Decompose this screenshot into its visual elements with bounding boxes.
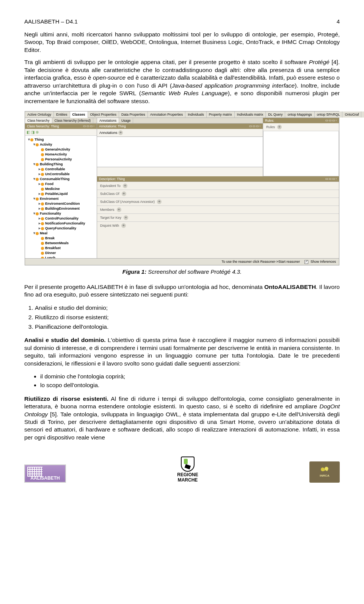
tree-node-food[interactable]: ►Food: [27, 182, 96, 187]
tree-node-activity[interactable]: ▼Activity: [27, 142, 96, 147]
panel-header-buttons-icon[interactable]: ▭▭▭▫: [325, 177, 337, 181]
tree-node-buildingenvironment[interactable]: ►BuildingEnvironment: [27, 206, 96, 211]
desc-row-subclass-of-anonymous-ancestor-: SubClass Of (Anonymous Ancestor)+: [97, 198, 339, 206]
bullet-item: il dominio che l'ontologia coprirà;: [40, 372, 340, 381]
paragraph-2: Tra gli ambienti di sviluppo per le onto…: [24, 58, 340, 105]
bullet-list: il dominio che l'ontologia coprirà;lo sc…: [40, 372, 340, 390]
desc-row-equivalent-to: Equivalent To+: [97, 182, 339, 190]
tree-node-thing[interactable]: ▼Thing: [27, 137, 96, 142]
left-panel-header: Class hierarchy: Thing ▭▭▭▫: [25, 124, 97, 129]
subtab-usage[interactable]: Usage: [119, 118, 133, 123]
tree-node-meal[interactable]: ▼Meal: [27, 231, 96, 236]
list-item: Riutilizzo di risorse esistenti;: [35, 313, 340, 322]
panel-header-buttons-icon[interactable]: ▭▭▭▫: [249, 124, 261, 128]
right-subtabs: Annotations Usage: [97, 118, 263, 124]
tree-node-consumablething[interactable]: ▼ConsumableThing: [27, 177, 96, 182]
header-left: AALISABETH – D4.1: [24, 18, 78, 25]
add-icon[interactable]: +: [121, 223, 126, 228]
numbered-list: Analisi e studio del dominio;Riutilizzo …: [35, 303, 340, 331]
tree-node-functionality[interactable]: ▼Functionality: [27, 211, 96, 216]
main-tab-dl-query[interactable]: DL Query: [266, 111, 285, 118]
show-inferences-checkbox[interactable]: [304, 260, 308, 264]
paragraph-1: Negli ultimi anni, molti ricercatori han…: [24, 31, 340, 54]
tree-node-homeactivity[interactable]: HomeActivity: [27, 152, 96, 157]
paragraph-3: Per il presente progetto AALISABETH è in…: [24, 283, 340, 299]
desc-row-target-for-key: Target for Key+: [97, 213, 339, 221]
tree-node-lunch[interactable]: Lunch: [27, 256, 96, 258]
annotations-panel-header: Annotations: Thing ▭▭▭▫: [97, 124, 263, 129]
main-tab-individuals[interactable]: Individuals: [185, 111, 207, 118]
main-tab-sparql-query[interactable]: SPARQL Query: [361, 111, 364, 118]
add-annotation-icon[interactable]: +: [118, 130, 123, 135]
inrca-logo: INRCA: [309, 461, 340, 483]
shield-icon: [181, 457, 195, 472]
annotations-area: [97, 137, 263, 167]
main-tab-ontop-sparql[interactable]: ontop SPARQL: [315, 111, 343, 118]
tree-node-controlfunctionality[interactable]: ►ControlFunctionality: [27, 216, 96, 221]
tree-node-break[interactable]: Break: [27, 236, 96, 241]
main-tab-individuals-matrix[interactable]: Individuals matrix: [235, 111, 266, 118]
rules-panel-header: Rules: ▭▭▭▫: [263, 118, 339, 123]
aalisabeth-logo: AALISABETH: [24, 464, 66, 483]
left-subtabs: Class hierarchy Class hierarchy (inferre…: [25, 118, 97, 124]
desc-row-disjoint-with: Disjoint With+: [97, 221, 339, 229]
panel-header-buttons-icon[interactable]: ▭▭▭▫: [83, 124, 95, 128]
tree-node-buildingthing[interactable]: ▼BuildingThing: [27, 162, 96, 167]
tree-node-uncontrollable[interactable]: ►UnControllable: [27, 172, 96, 177]
main-tabs: Active OntologyEntitiesClassesObject Pro…: [25, 111, 339, 118]
add-rule-icon[interactable]: +: [277, 125, 282, 129]
rules-list: [263, 131, 339, 176]
main-tab-object-properties[interactable]: Object Properties: [88, 111, 119, 118]
status-bar: To use the reasoner click Reasoner->Star…: [25, 258, 339, 265]
tree-node-breakfast[interactable]: Breakfast: [27, 246, 96, 251]
class-tree[interactable]: ▼Thing▼Activity GeneralActivity HomeActi…: [25, 136, 97, 258]
protege-screenshot: Active OntologyEntitiesClassesObject Pro…: [25, 111, 339, 265]
add-icon[interactable]: +: [117, 207, 121, 212]
main-tab-property-matrix[interactable]: Property matrix: [207, 111, 235, 118]
desc-row-subclass-of: SubClass Of+: [97, 190, 339, 198]
desc-row-members: Members+: [97, 206, 339, 213]
main-tab-entities[interactable]: Entities: [54, 111, 70, 118]
main-tab-classes[interactable]: Classes: [70, 111, 88, 118]
bullet-item: lo scopo dell'ontologia.: [40, 381, 340, 389]
tree-node-personalactivity[interactable]: PersonalActivity: [27, 157, 96, 162]
tree-node-enviromentcondition[interactable]: ►EnviromentCondition: [27, 201, 96, 206]
list-item: Analisi e studio del dominio;: [35, 303, 340, 312]
tree-node-dinner[interactable]: Dinner: [27, 251, 96, 256]
panel-header-buttons-icon[interactable]: ▭▭▭▫: [325, 119, 337, 122]
add-icon[interactable]: +: [157, 199, 162, 204]
paragraph-4: Analisi e studio del dominio. L'obiettiv…: [24, 336, 340, 367]
list-item: Pianificazione dell'ontologia.: [35, 322, 340, 331]
subtab-class-hierarchy[interactable]: Class hierarchy: [25, 118, 52, 123]
tree-toolbar[interactable]: ◧ ◨ ⊗: [25, 129, 97, 136]
page-footer: AALISABETH REGIONE MARCHE INRCA: [0, 446, 364, 488]
main-tab-annotation-properties[interactable]: Annotation Properties: [148, 111, 186, 118]
subtab-annotations[interactable]: Annotations: [97, 118, 119, 123]
tree-node-controllable[interactable]: ►Controllable: [27, 167, 96, 172]
add-icon[interactable]: +: [124, 215, 128, 220]
header-right: 4: [337, 18, 340, 25]
page-header: AALISABETH – D4.1 4: [24, 18, 340, 25]
annotations-section: Annotations +: [97, 129, 263, 137]
paragraph-5: Riutilizzo di risorse esistenti. Al fine…: [24, 395, 340, 442]
rules-add-row: Rules +: [263, 123, 339, 131]
tree-node-potableliquid[interactable]: ►PotableLiquid: [27, 191, 96, 196]
tree-node-generalactivity[interactable]: GeneralActivity: [27, 147, 96, 152]
regione-marche-logo: REGIONE MARCHE: [177, 457, 198, 482]
main-tab-ontograf[interactable]: OntoGraf: [342, 111, 361, 118]
tree-node-betweenmeals[interactable]: BetweenMeals: [27, 241, 96, 246]
main-tab-ontop-mappings[interactable]: ontop Mappings: [285, 111, 314, 118]
flower-icon: [320, 466, 329, 474]
main-tab-data-properties[interactable]: Data Properties: [119, 111, 148, 118]
add-icon[interactable]: +: [122, 191, 126, 196]
main-tab-active-ontology[interactable]: Active Ontology: [25, 111, 54, 118]
add-icon[interactable]: +: [123, 184, 127, 188]
subtab-class-hierarchy-inferred[interactable]: Class hierarchy (inferred): [52, 118, 93, 123]
figure-caption: Figura 1: Screenshot del software Protég…: [24, 268, 340, 275]
tree-node-queryfunctionality[interactable]: ►QueryFunctionality: [27, 226, 96, 231]
tree-node-medicine[interactable]: Medicine: [27, 187, 96, 191]
tree-node-enviroment[interactable]: ▼Enviroment: [27, 196, 96, 201]
description-panel-header: Description: Thing ▭▭▭▫: [97, 176, 339, 182]
rules-label-text: Rules: [266, 125, 275, 129]
tree-node-notificationfunctionality[interactable]: ►NotificationFunctionality: [27, 221, 96, 226]
